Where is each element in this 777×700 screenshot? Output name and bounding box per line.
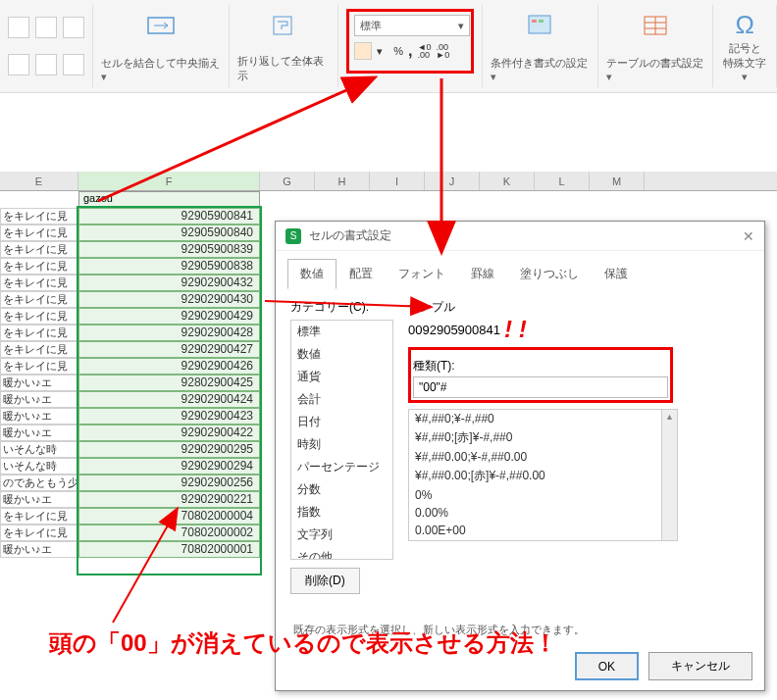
category-list[interactable]: 標準数値通貨会計日付時刻パーセンテージ分数指数文字列その他ユーザー設定 — [290, 320, 393, 560]
number-format-combo[interactable]: 標準 ▾ — [354, 15, 470, 36]
tab-1[interactable]: 配置 — [337, 259, 386, 289]
format-item[interactable]: 0.00E+00 — [409, 522, 677, 539]
col-header-g[interactable]: G — [260, 172, 315, 190]
cell-f[interactable]: 92902900424 — [78, 391, 260, 408]
cond-format-icon[interactable] — [523, 9, 556, 42]
align-top-icon[interactable] — [8, 54, 29, 75]
cell-f[interactable]: 92905900838 — [78, 258, 260, 275]
format-item[interactable]: ¥#,##0.00;¥-#,##0.00 — [409, 448, 677, 466]
chevron-down-icon[interactable]: ▾ — [742, 71, 748, 82]
cell-e[interactable]: 暖かい♪エ — [0, 408, 78, 425]
cell-f[interactable]: 92902900426 — [78, 358, 260, 375]
chevron-down-icon[interactable]: ▾ — [606, 71, 612, 82]
chevron-down-icon[interactable]: ▾ — [377, 45, 388, 58]
cell-e[interactable]: をキレイに見 — [0, 325, 78, 341]
cell-f[interactable]: 70802000004 — [78, 508, 260, 525]
comma-button[interactable]: , — [408, 42, 412, 60]
cell-f[interactable]: 92905900839 — [78, 241, 260, 258]
category-item[interactable]: その他 — [291, 546, 392, 560]
align-left-icon[interactable] — [8, 17, 29, 38]
cell-e[interactable]: をキレイに見 — [0, 275, 78, 291]
cell-e[interactable]: をキレイに見 — [0, 508, 78, 525]
cell-e[interactable]: 暖かい♪エ — [0, 541, 78, 558]
cell-e[interactable]: いそんな時 — [0, 441, 78, 458]
col-header-f[interactable]: F — [78, 172, 260, 190]
align-right-icon[interactable] — [63, 17, 84, 38]
delete-button[interactable]: 削除(D) — [290, 568, 360, 594]
cell-e[interactable]: いそんな時 — [0, 458, 78, 475]
cell-f[interactable]: 70802000001 — [78, 541, 260, 558]
format-item[interactable]: ¥#,##0.00;[赤]¥-#,##0.00 — [409, 466, 677, 486]
tab-4[interactable]: 塗りつぶし — [507, 259, 592, 289]
col-header-j[interactable]: J — [425, 172, 480, 190]
cell-f[interactable]: 92902900432 — [78, 275, 260, 291]
category-item[interactable]: 数値 — [291, 343, 392, 366]
ok-button[interactable]: OK — [575, 652, 639, 680]
cell-f[interactable]: 92905900841 — [78, 208, 260, 225]
tab-2[interactable]: フォント — [386, 259, 458, 289]
type-input[interactable] — [413, 376, 668, 398]
category-item[interactable]: 会計 — [291, 388, 392, 411]
col-header-k[interactable]: K — [480, 172, 535, 190]
cell-e[interactable]: 暖かい♪エ — [0, 491, 78, 508]
tab-0[interactable]: 数値 — [287, 259, 337, 289]
chevron-down-icon[interactable]: ▾ — [101, 71, 107, 82]
category-item[interactable]: 時刻 — [291, 433, 392, 456]
align-bot-icon[interactable] — [63, 54, 84, 75]
col-header-h[interactable]: H — [315, 172, 370, 190]
cell-e[interactable]: をキレイに見 — [0, 241, 78, 258]
col-header-m[interactable]: M — [590, 172, 645, 190]
format-item[interactable]: 0.00% — [409, 504, 677, 522]
scrollbar[interactable] — [661, 410, 677, 540]
cell-f[interactable]: 92902900428 — [78, 325, 260, 341]
gazou-header[interactable]: gazou — [78, 191, 260, 208]
cell-e[interactable]: をキレイに見 — [0, 291, 78, 308]
align-mid-icon[interactable] — [35, 54, 57, 75]
cell-f[interactable]: 92902900427 — [78, 341, 260, 358]
increase-decimal-icon[interactable]: ◄0.00 — [417, 43, 431, 59]
format-item[interactable]: ¥#,##0;¥-#,##0 — [409, 410, 677, 427]
cell-f[interactable]: 92905900840 — [78, 225, 260, 241]
category-item[interactable]: パーセンテージ — [291, 456, 392, 478]
tab-5[interactable]: 保護 — [592, 259, 641, 289]
cell-e[interactable]: 暖かい♪エ — [0, 425, 78, 441]
currency-icon[interactable] — [354, 42, 372, 60]
align-center-icon[interactable] — [35, 17, 57, 38]
category-item[interactable]: 日付 — [291, 411, 392, 433]
category-item[interactable]: 通貨 — [291, 366, 392, 388]
cell-f[interactable]: 92902900294 — [78, 458, 260, 475]
decrease-decimal-icon[interactable]: .00►0 — [436, 43, 449, 59]
cell-e[interactable]: をキレイに見 — [0, 258, 78, 275]
category-item[interactable]: 分数 — [291, 478, 392, 501]
category-item[interactable]: 標準 — [291, 321, 392, 343]
cell-e[interactable]: をキレイに見 — [0, 225, 78, 241]
cell-f[interactable]: 92802900425 — [78, 375, 260, 391]
cell-f[interactable]: 92902900221 — [78, 491, 260, 508]
col-header-e[interactable]: E — [0, 172, 78, 190]
percent-button[interactable]: % — [393, 45, 403, 57]
cancel-button[interactable]: キャンセル — [648, 652, 752, 680]
cell-e[interactable]: 暖かい♪エ — [0, 375, 78, 391]
cell-e[interactable]: 暖かい♪エ — [0, 391, 78, 408]
format-item[interactable]: ¥#,##0;[赤]¥-#,##0 — [409, 427, 677, 448]
cell-f[interactable]: 92902900430 — [78, 291, 260, 308]
cell-f[interactable]: 92902900256 — [78, 475, 260, 491]
category-item[interactable]: 文字列 — [291, 524, 392, 546]
cell-e[interactable]: のであともう少 — [0, 475, 78, 491]
omega-icon[interactable]: Ω — [728, 9, 761, 41]
cell-f[interactable]: 92902900429 — [78, 308, 260, 325]
cell-e[interactable]: をキレイに見 — [0, 341, 78, 358]
cell-e[interactable]: をキレイに見 — [0, 208, 78, 225]
cell-f[interactable]: 92902900295 — [78, 441, 260, 458]
cell-f[interactable]: 92902900423 — [78, 408, 260, 425]
table-format-icon[interactable] — [639, 9, 672, 42]
cell-f[interactable]: 92902900422 — [78, 425, 260, 441]
cell-e[interactable]: をキレイに見 — [0, 525, 78, 541]
cell-e[interactable]: をキレイに見 — [0, 308, 78, 325]
chevron-down-icon[interactable]: ▾ — [491, 71, 496, 82]
category-item[interactable]: 指数 — [291, 501, 392, 524]
col-header-l[interactable]: L — [535, 172, 590, 190]
cell-e[interactable]: をキレイに見 — [0, 358, 78, 375]
format-item[interactable]: 0% — [409, 486, 677, 504]
cell-f[interactable]: 70802000002 — [78, 525, 260, 541]
